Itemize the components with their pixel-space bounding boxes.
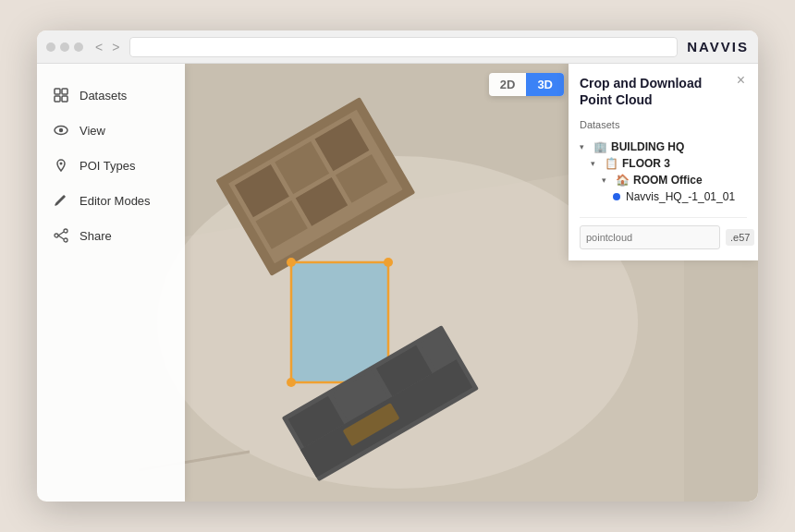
svg-point-33 bbox=[55, 234, 58, 237]
room-icon: 🏠 bbox=[615, 174, 630, 187]
file-dot-icon bbox=[613, 193, 620, 200]
svg-rect-26 bbox=[55, 96, 60, 102]
filename-input[interactable] bbox=[580, 225, 720, 249]
tree-item-file[interactable]: Navvis_HQ_-1_01_01 bbox=[580, 189, 747, 204]
crop-panel: Crop and Download Point Cloud × Datasets… bbox=[569, 64, 758, 260]
svg-point-13 bbox=[384, 258, 393, 267]
map-content-area: Datasets View POI Types bbox=[37, 64, 758, 502]
chevron-floor: ▾ bbox=[591, 159, 600, 168]
sidebar-poi-types-label: POI Types bbox=[80, 159, 135, 173]
titlebar-nav: < > bbox=[92, 40, 122, 54]
crop-panel-title: Crop and Download Point Cloud bbox=[580, 75, 728, 108]
navvis-logo: NavVis bbox=[687, 39, 749, 54]
sidebar-item-share[interactable]: Share bbox=[37, 219, 185, 252]
crop-panel-header: Crop and Download Point Cloud × bbox=[580, 75, 747, 108]
view-toggle: 2D 3D bbox=[489, 73, 564, 96]
share-icon bbox=[52, 226, 70, 245]
address-bar[interactable] bbox=[129, 37, 678, 57]
sidebar-item-poi-types[interactable]: POI Types bbox=[37, 149, 185, 182]
sidebar-item-datasets[interactable]: Datasets bbox=[37, 79, 185, 112]
svg-point-30 bbox=[60, 163, 63, 165]
svg-rect-24 bbox=[55, 89, 60, 94]
tree-item-floor[interactable]: ▾ 📋 FLOOR 3 bbox=[580, 156, 747, 171]
sidebar-editor-modes-label: Editor Modes bbox=[80, 194, 151, 208]
toggle-2d-button[interactable]: 2D bbox=[489, 73, 527, 96]
window-controls bbox=[46, 42, 83, 52]
sidebar-share-label: Share bbox=[80, 229, 112, 243]
dot-maximize bbox=[74, 42, 83, 52]
chevron-building: ▾ bbox=[580, 142, 589, 151]
eye-icon bbox=[52, 121, 70, 139]
sidebar-datasets-label: Datasets bbox=[80, 89, 127, 103]
svg-point-2 bbox=[157, 156, 638, 489]
svg-point-29 bbox=[59, 128, 63, 132]
dot-close bbox=[46, 42, 55, 52]
svg-point-14 bbox=[287, 378, 296, 387]
browser-titlebar: < > NavVis bbox=[37, 30, 758, 64]
sidebar-item-editor-modes[interactable]: Editor Modes bbox=[37, 184, 185, 217]
nav-back-button[interactable]: < bbox=[92, 40, 105, 54]
tree-item-room[interactable]: ▾ 🏠 ROOM Office bbox=[580, 173, 747, 187]
nav-forward-button[interactable]: > bbox=[109, 40, 122, 54]
crop-panel-footer: .e57 Download bbox=[580, 217, 747, 249]
file-label: Navvis_HQ_-1_01_01 bbox=[626, 190, 735, 203]
dataset-tree: ▾ 🏢 BUILDING HQ ▾ 📋 FLOOR 3 ▾ 🏠 ROOM Off… bbox=[580, 139, 747, 204]
sidebar-item-view[interactable]: View bbox=[37, 114, 185, 147]
sidebar-view-label: View bbox=[80, 124, 105, 138]
browser-window: < > NavVis bbox=[37, 30, 758, 502]
svg-point-12 bbox=[287, 258, 296, 267]
pencil-icon bbox=[52, 191, 70, 210]
sidebar: Datasets View POI Types bbox=[37, 64, 185, 502]
svg-point-32 bbox=[64, 238, 67, 242]
svg-line-34 bbox=[58, 232, 64, 236]
building-icon: 🏢 bbox=[593, 140, 607, 153]
svg-point-31 bbox=[64, 229, 67, 233]
room-label: ROOM Office bbox=[633, 174, 703, 187]
svg-rect-27 bbox=[62, 96, 67, 102]
tree-item-building[interactable]: ▾ 🏢 BUILDING HQ bbox=[580, 139, 747, 154]
file-extension-label: .e57 bbox=[726, 229, 754, 246]
toggle-3d-button[interactable]: 3D bbox=[526, 73, 564, 96]
floor-icon: 📋 bbox=[604, 157, 618, 170]
svg-line-35 bbox=[58, 236, 64, 239]
building-label: BUILDING HQ bbox=[611, 140, 684, 153]
floor-label: FLOOR 3 bbox=[622, 157, 670, 170]
svg-rect-11 bbox=[291, 262, 388, 382]
svg-rect-25 bbox=[62, 89, 67, 94]
crop-panel-close-button[interactable]: × bbox=[735, 73, 747, 88]
datasets-section-label: Datasets bbox=[580, 119, 747, 130]
dot-minimize bbox=[60, 42, 69, 52]
chevron-room: ▾ bbox=[602, 175, 611, 185]
grid-icon bbox=[52, 86, 70, 104]
location-icon bbox=[52, 156, 70, 175]
